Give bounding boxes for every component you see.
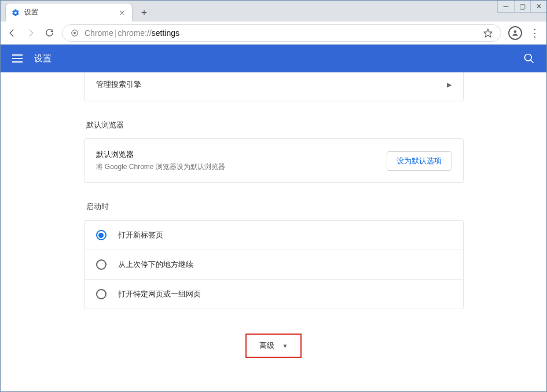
startup-option-continue[interactable]: 从上次停下的地方继续 — [85, 250, 463, 279]
tab-close-button[interactable] — [118, 9, 126, 17]
profile-avatar-button[interactable] — [508, 26, 522, 40]
browser-toolbar: Chrome|chrome://settings ⋮ — [1, 21, 546, 45]
tab-strip: 设置 + — [1, 1, 546, 21]
gear-icon — [12, 9, 20, 17]
advanced-toggle-button[interactable]: 高级 ▼ — [245, 334, 302, 358]
startup-option-newtab[interactable]: 打开新标签页 — [85, 221, 463, 250]
settings-title: 设置 — [34, 53, 52, 64]
default-browser-heading: 默认浏览器 — [86, 120, 461, 130]
startup-option-label: 打开新标签页 — [118, 230, 163, 240]
startup-options-card: 打开新标签页 从上次停下的地方继续 打开特定网页或一组网页 — [84, 220, 464, 309]
maximize-icon: ▢ — [519, 2, 526, 10]
browser-tab[interactable]: 设置 — [5, 3, 133, 21]
overflow-menu-button[interactable]: ⋮ — [529, 27, 541, 39]
default-browser-title: 默认浏览器 — [96, 149, 225, 160]
bookmark-star-icon[interactable] — [483, 28, 493, 38]
set-default-button[interactable]: 设为默认选项 — [387, 151, 451, 171]
radio-icon — [96, 230, 107, 240]
settings-app-bar: 设置 — [1, 45, 546, 72]
svg-point-5 — [514, 30, 517, 33]
default-browser-card: 默认浏览器 将 Google Chrome 浏览器设为默认浏览器 设为默认选项 — [84, 138, 464, 183]
svg-point-3 — [74, 31, 76, 34]
forward-button — [25, 27, 36, 39]
advanced-label: 高级 — [259, 340, 274, 351]
hamburger-menu-icon[interactable] — [12, 53, 24, 64]
window-close-button[interactable]: ✕ — [530, 1, 546, 12]
svg-point-6 — [525, 54, 532, 61]
manage-search-engines-label: 管理搜索引擎 — [96, 79, 141, 90]
startup-option-label: 从上次停下的地方继续 — [118, 259, 193, 270]
page-viewport: 设置 管理搜索引擎 ▶ 默认浏览器 默 — [1, 45, 546, 391]
window-maximize-button[interactable]: ▢ — [514, 1, 530, 12]
startup-option-specific-pages[interactable]: 打开特定网页或一组网页 — [85, 279, 463, 309]
close-icon: ✕ — [536, 2, 542, 10]
window-minimize-button[interactable]: ─ — [498, 1, 514, 12]
svg-line-7 — [531, 60, 534, 63]
new-tab-button[interactable]: + — [136, 5, 152, 21]
startup-heading: 启动时 — [86, 202, 461, 212]
window-controls: ─ ▢ ✕ — [497, 1, 546, 13]
svg-marker-4 — [484, 29, 491, 36]
manage-search-engines-row[interactable]: 管理搜索引擎 ▶ — [84, 72, 464, 101]
reload-button[interactable] — [43, 27, 55, 39]
url-text: Chrome|chrome://settings — [85, 28, 179, 38]
back-button[interactable] — [6, 27, 18, 39]
chevron-down-icon: ▼ — [282, 343, 288, 349]
default-browser-subtitle: 将 Google Chrome 浏览器设为默认浏览器 — [96, 162, 225, 172]
chrome-site-icon — [71, 29, 79, 37]
minimize-icon: ─ — [504, 2, 509, 10]
chevron-right-icon: ▶ — [447, 81, 451, 89]
startup-option-label: 打开特定网页或一组网页 — [118, 289, 201, 299]
settings-content-scroll[interactable]: 管理搜索引擎 ▶ 默认浏览器 默认浏览器 将 Google Chrome 浏览器… — [1, 72, 546, 391]
radio-icon — [96, 289, 107, 299]
tab-title: 设置 — [24, 8, 113, 17]
radio-icon — [96, 259, 107, 270]
address-bar[interactable]: Chrome|chrome://settings — [62, 24, 501, 42]
settings-search-button[interactable] — [523, 53, 535, 64]
